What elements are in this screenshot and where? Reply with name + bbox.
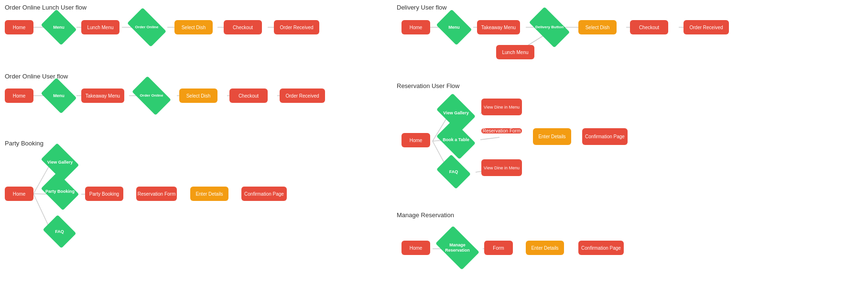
- delivery-order-received[interactable]: Order Received: [684, 20, 729, 34]
- svg-line-30: [480, 137, 499, 140]
- delivery-checkout[interactable]: Checkout: [630, 20, 668, 34]
- reservation-confirmation[interactable]: Confirmation Page: [582, 128, 628, 145]
- section-title-lunch: Order Online Lunch User flow: [5, 4, 87, 11]
- reservation-view-dine2[interactable]: View Dine in Menu: [481, 159, 522, 176]
- reservation-view-gallery[interactable]: View Gallery: [440, 101, 472, 124]
- order-select-dish[interactable]: Select Dish: [179, 89, 217, 103]
- lunch-select-dish[interactable]: Select Dish: [174, 20, 213, 34]
- lunch-order-received[interactable]: Order Received: [274, 20, 319, 34]
- reservation-faq[interactable]: FAQ: [440, 161, 467, 182]
- lunch-menu-diamond[interactable]: Menu: [44, 16, 73, 38]
- order-online-diamond[interactable]: Order Online: [135, 85, 168, 107]
- party-confirmation[interactable]: Confirmation Page: [241, 187, 287, 201]
- delivery-takeaway-menu[interactable]: Takeaway Menu: [477, 20, 520, 34]
- order-order-received[interactable]: Order Received: [280, 89, 325, 103]
- party-home[interactable]: Home: [5, 187, 33, 201]
- section-title-order: Order Online User flow: [5, 73, 68, 80]
- lunch-menu[interactable]: Lunch Menu: [81, 20, 119, 34]
- delivery-lunch-menu[interactable]: Lunch Menu: [496, 45, 534, 59]
- manage-form[interactable]: Form: [484, 241, 513, 255]
- party-booking-node[interactable]: Party Booking: [85, 187, 123, 201]
- party-booking-diamond[interactable]: Party Booking: [44, 180, 76, 203]
- reservation-book-table[interactable]: Book a Table: [440, 128, 472, 151]
- manage-home[interactable]: Home: [401, 241, 430, 255]
- order-checkout[interactable]: Checkout: [229, 89, 268, 103]
- reservation-enter-details[interactable]: Enter Details: [533, 128, 571, 145]
- lunch-order-online-diamond[interactable]: Order Online: [130, 16, 163, 38]
- connections-svg: [0, 0, 868, 299]
- delivery-home[interactable]: Home: [401, 20, 430, 34]
- delivery-button-diamond[interactable]: Delivery Button: [532, 16, 567, 38]
- section-title-delivery: Delivery User flow: [397, 4, 447, 11]
- delivery-menu-diamond[interactable]: Menu: [440, 16, 468, 38]
- order-menu-diamond[interactable]: Menu: [44, 85, 73, 107]
- order-takeaway-menu[interactable]: Takeaway Menu: [81, 89, 124, 103]
- canvas: Order Online Lunch User flow Order Onlin…: [0, 0, 868, 299]
- manage-enter-details[interactable]: Enter Details: [526, 241, 564, 255]
- order-home[interactable]: Home: [5, 89, 33, 103]
- section-title-manage: Manage Reservation: [397, 211, 454, 219]
- reservation-view-dine1[interactable]: View Dine in Menu: [481, 99, 522, 115]
- reservation-home[interactable]: Home: [401, 133, 430, 147]
- party-reservation-form[interactable]: Reservation Form: [136, 187, 177, 201]
- lunch-home[interactable]: Home: [5, 20, 33, 34]
- party-view-gallery[interactable]: View Gallery: [44, 151, 76, 174]
- manage-reservation-diamond[interactable]: Manage Reservation: [439, 235, 476, 260]
- section-title-reservation: Reservation User Flow: [397, 82, 460, 89]
- reservation-form[interactable]: Reservation Form: [481, 128, 522, 133]
- section-title-party: Party Booking: [5, 140, 43, 147]
- delivery-select-dish[interactable]: Select Dish: [578, 20, 617, 34]
- manage-confirmation[interactable]: Confirmation Page: [578, 241, 624, 255]
- party-enter-details[interactable]: Enter Details: [190, 187, 228, 201]
- lunch-checkout[interactable]: Checkout: [224, 20, 262, 34]
- party-faq[interactable]: FAQ: [46, 221, 73, 242]
